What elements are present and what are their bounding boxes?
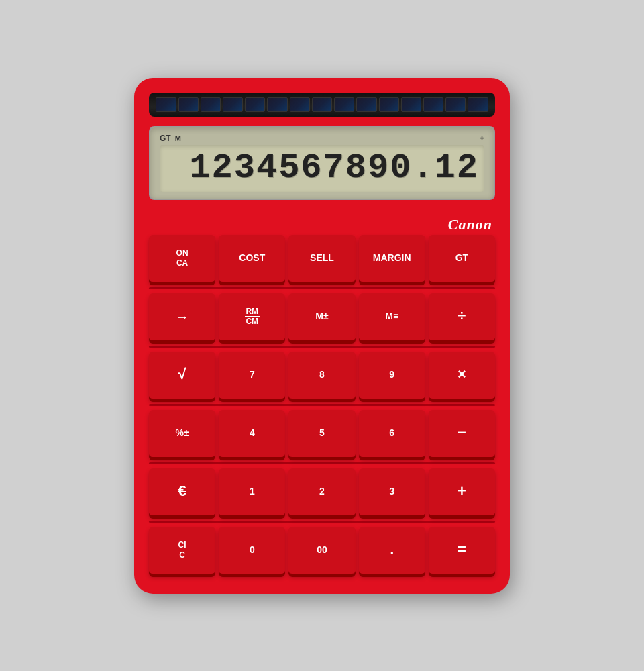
display-screen: 1234567890.12 — [160, 145, 484, 192]
arrow-button[interactable]: → — [149, 293, 215, 342]
8-button[interactable]: 8 — [288, 352, 355, 400]
solar-panel — [149, 93, 495, 117]
4-label: 4 — [250, 428, 255, 438]
plus-button[interactable]: + — [429, 468, 495, 517]
ci-c-button[interactable]: CI C — [149, 527, 215, 575]
percent-label: %± — [176, 428, 189, 438]
row-separator-3 — [149, 404, 495, 406]
1-label: 1 — [250, 486, 255, 497]
cm-label: CM — [246, 317, 258, 325]
buttons-grid: ON CA COST SELL MARGIN GT → RM CM — [149, 235, 495, 575]
m-eq-button[interactable]: M≡ — [359, 293, 425, 342]
1-button[interactable]: 1 — [219, 468, 285, 517]
5-label: 5 — [319, 428, 325, 438]
3-label: 3 — [389, 486, 394, 497]
7-button[interactable]: 7 — [219, 352, 285, 400]
rm-cm-button[interactable]: RM CM — [219, 293, 285, 342]
row-separator-4 — [149, 462, 495, 464]
euro-button[interactable]: € — [149, 468, 215, 517]
gt-label: GT — [455, 253, 468, 263]
euro-label: € — [178, 482, 186, 500]
0-button[interactable]: 0 — [219, 527, 285, 575]
4-button[interactable]: 4 — [219, 410, 285, 458]
solar-cells — [156, 97, 488, 112]
plus-indicator: + — [480, 134, 484, 142]
equals-button[interactable]: = — [429, 527, 495, 575]
on-ca-button[interactable]: ON CA — [149, 235, 215, 283]
divide-button[interactable]: ÷ — [429, 293, 495, 342]
sell-label: SELL — [310, 253, 334, 263]
dot-label: . — [390, 541, 394, 558]
margin-button[interactable]: MARGIN — [359, 235, 425, 283]
display-value: 1234567890.12 — [189, 148, 479, 188]
c-label: C — [179, 551, 185, 559]
m-eq-label: M≡ — [385, 311, 398, 321]
row-separator-5 — [149, 521, 495, 523]
percent-button[interactable]: %± — [149, 410, 215, 458]
sqrt-button[interactable]: √ — [149, 352, 215, 400]
2-label: 2 — [319, 486, 325, 497]
on-ca-top: ON — [176, 249, 189, 257]
7-label: 7 — [250, 370, 255, 380]
display-wrapper: GT M + 1234567890.12 — [149, 126, 495, 200]
sell-button[interactable]: SELL — [288, 235, 355, 283]
minus-label: − — [458, 424, 466, 442]
6-label: 6 — [389, 428, 394, 438]
m-indicator: M — [175, 135, 181, 142]
6-button[interactable]: 6 — [359, 410, 425, 458]
9-label: 9 — [389, 370, 394, 380]
row-separator-1 — [149, 287, 495, 289]
multiply-label: × — [458, 366, 466, 383]
margin-label: MARGIN — [373, 253, 411, 263]
sqrt-label: √ — [178, 366, 186, 383]
ci-label: CI — [178, 541, 186, 549]
calculator: GT M + 1234567890.12 Canon ON CA COST SE… — [134, 78, 510, 594]
brand-logo: Canon — [149, 212, 495, 235]
8-label: 8 — [319, 370, 325, 380]
00-button[interactable]: 00 — [288, 527, 355, 575]
display-indicators: GT M + — [160, 134, 484, 142]
5-button[interactable]: 5 — [288, 410, 355, 458]
row-separator-2 — [149, 346, 495, 348]
cost-button[interactable]: COST — [219, 235, 285, 283]
plus-label: + — [458, 482, 466, 500]
gt-indicator: GT — [160, 134, 171, 142]
gt-button[interactable]: GT — [429, 235, 495, 283]
m-plus-label: M± — [315, 311, 328, 321]
3-button[interactable]: 3 — [359, 468, 425, 517]
2-button[interactable]: 2 — [288, 468, 355, 517]
9-button[interactable]: 9 — [359, 352, 425, 400]
equals-label: = — [458, 541, 466, 558]
m-plus-button[interactable]: M± — [288, 293, 355, 342]
00-label: 00 — [317, 545, 327, 555]
cost-label: COST — [239, 253, 265, 263]
minus-button[interactable]: − — [429, 410, 495, 458]
rm-label: RM — [246, 307, 258, 315]
on-ca-bottom: CA — [176, 259, 188, 267]
dot-button[interactable]: . — [359, 527, 425, 575]
multiply-button[interactable]: × — [429, 352, 495, 400]
0-label: 0 — [250, 545, 255, 555]
divide-label: ÷ — [458, 307, 466, 325]
arrow-label: → — [176, 309, 189, 325]
